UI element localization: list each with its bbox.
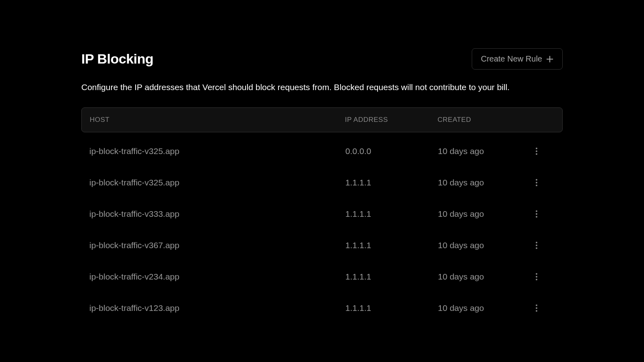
cell-ip-address: 1.1.1.1: [345, 303, 438, 313]
ip-blocking-table: HOST IP ADDRESS CREATED ip-block-traffic…: [81, 107, 563, 324]
cell-host: ip-block-traffic-v234.app: [89, 272, 345, 282]
cell-created: 10 days ago: [438, 303, 530, 313]
create-button-label: Create New Rule: [481, 54, 542, 64]
cell-ip-address: 0.0.0.0: [345, 146, 438, 156]
table-row: ip-block-traffic-v123.app 1.1.1.1 10 day…: [81, 292, 563, 324]
cell-ip-address: 1.1.1.1: [345, 241, 438, 250]
cell-created: 10 days ago: [438, 146, 530, 156]
more-actions-button[interactable]: [530, 177, 543, 189]
cell-host: ip-block-traffic-v367.app: [89, 241, 345, 250]
cell-ip-address: 1.1.1.1: [345, 178, 438, 187]
cell-host: ip-block-traffic-v325.app: [89, 178, 345, 187]
cell-host: ip-block-traffic-v333.app: [89, 209, 345, 219]
cell-host: ip-block-traffic-v123.app: [89, 303, 345, 313]
column-header-ip-address: IP ADDRESS: [345, 116, 438, 124]
more-vertical-icon: [536, 304, 537, 312]
cell-ip-address: 1.1.1.1: [345, 272, 438, 282]
more-actions-button[interactable]: [530, 239, 543, 251]
cell-created: 10 days ago: [438, 272, 530, 282]
table-row: ip-block-traffic-v325.app 1.1.1.1 10 day…: [81, 167, 563, 198]
column-header-created: CREATED: [438, 116, 530, 124]
table-row: ip-block-traffic-v234.app 1.1.1.1 10 day…: [81, 261, 563, 292]
cell-created: 10 days ago: [438, 241, 530, 250]
cell-ip-address: 1.1.1.1: [345, 209, 438, 219]
page-description: Configure the IP addresses that Vercel s…: [81, 81, 563, 94]
cell-host: ip-block-traffic-v325.app: [89, 146, 345, 156]
more-actions-button[interactable]: [530, 302, 543, 314]
more-actions-button[interactable]: [530, 208, 543, 220]
page-title: IP Blocking: [81, 51, 153, 67]
more-actions-button[interactable]: [530, 145, 543, 157]
plus-icon: [546, 56, 553, 63]
column-header-actions: [530, 116, 554, 124]
main-container: IP Blocking Create New Rule Configure th…: [40, 0, 604, 324]
more-vertical-icon: [536, 242, 537, 249]
more-vertical-icon: [536, 179, 537, 186]
table-row: ip-block-traffic-v333.app 1.1.1.1 10 day…: [81, 198, 563, 230]
table-header: HOST IP ADDRESS CREATED: [81, 107, 563, 132]
more-vertical-icon: [536, 210, 537, 218]
cell-created: 10 days ago: [438, 209, 530, 219]
more-vertical-icon: [536, 273, 537, 280]
header-row: IP Blocking Create New Rule: [81, 48, 563, 70]
cell-created: 10 days ago: [438, 178, 530, 187]
column-header-host: HOST: [90, 116, 345, 124]
create-new-rule-button[interactable]: Create New Rule: [472, 48, 563, 70]
more-vertical-icon: [536, 148, 537, 155]
table-row: ip-block-traffic-v325.app 0.0.0.0 10 day…: [81, 136, 563, 167]
table-row: ip-block-traffic-v367.app 1.1.1.1 10 day…: [81, 230, 563, 261]
more-actions-button[interactable]: [530, 271, 543, 283]
